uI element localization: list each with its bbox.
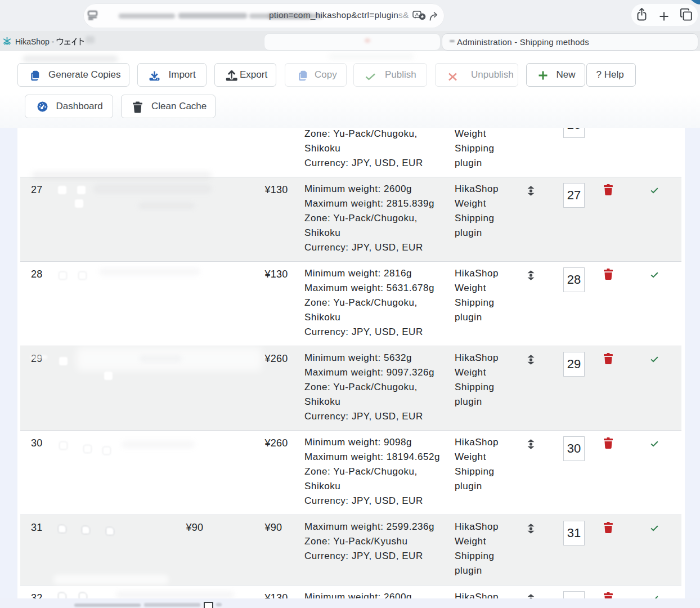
svg-text:A: A	[415, 11, 419, 17]
